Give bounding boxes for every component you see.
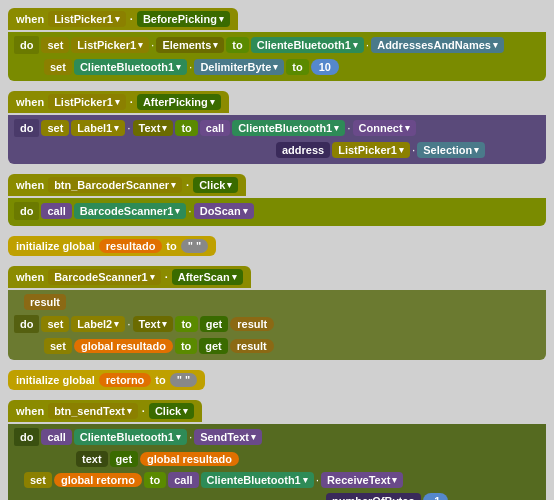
- click-event-7[interactable]: Click: [149, 403, 194, 419]
- result-var-5a[interactable]: result: [230, 317, 274, 331]
- number-minus1-7d[interactable]: -1: [423, 493, 449, 500]
- when-row: when ListPicker1 · BeforePicking: [8, 8, 546, 30]
- set-keyword-5b: set: [44, 338, 72, 354]
- when-block-1[interactable]: when ListPicker1 · BeforePicking: [8, 8, 238, 30]
- do-label-2: do: [14, 119, 39, 137]
- dot-2c: ·: [412, 143, 415, 157]
- listpicker1-comp-1a[interactable]: ListPicker1: [71, 37, 149, 53]
- init-block-4[interactable]: initialize global resultado to " ": [8, 236, 216, 256]
- to-keyword-5b: to: [175, 338, 197, 354]
- do-row-5a: do set Label2 · Text to get result: [14, 315, 540, 333]
- cb1-comp-2[interactable]: ClienteBluetooth1: [232, 120, 345, 136]
- global-resultado-comp-5b[interactable]: global resultado: [74, 339, 173, 353]
- workspace: when ListPicker1 · BeforePicking do set …: [0, 0, 554, 500]
- init-block-6[interactable]: initialize global retorno to " ": [8, 370, 205, 390]
- dot-3a: ·: [188, 204, 191, 218]
- delimiterbyte-prop-1b[interactable]: DelimiterByte: [194, 59, 284, 75]
- do-row-3: do call BarcodeScanner1 · DoScan: [14, 202, 540, 220]
- addresses-prop-1a[interactable]: AddressesAndNames: [371, 37, 504, 53]
- address-row-2: address ListPicker1 · Selection: [14, 142, 540, 158]
- dot-7: ·: [142, 405, 145, 417]
- when-label-1: when: [16, 13, 44, 25]
- dot-2a: ·: [127, 121, 130, 135]
- when-block-5[interactable]: when BarcodeScanner1 · AfterScan: [8, 266, 251, 288]
- text-label-7b: text: [76, 451, 108, 467]
- global-retorno-7c[interactable]: global retorno: [54, 473, 142, 487]
- when-row-2: when ListPicker1 · AfterPicking: [8, 91, 546, 113]
- when-block-2[interactable]: when ListPicker1 · AfterPicking: [8, 91, 229, 113]
- sendtext-method-7a[interactable]: SendText: [194, 429, 262, 445]
- click-event-3[interactable]: Click: [193, 177, 238, 193]
- cb1-comp-7a[interactable]: ClienteBluetooth1: [74, 429, 187, 445]
- cb1-comp-1b[interactable]: ClienteBluetooth1: [74, 59, 187, 75]
- label1-comp-2[interactable]: Label1: [71, 120, 125, 136]
- retorno-value-6[interactable]: " ": [170, 373, 198, 387]
- do-row-7a: do call ClienteBluetooth1 · SendText: [14, 428, 540, 446]
- cb1-comp-7c[interactable]: ClienteBluetooth1: [201, 472, 314, 488]
- when-row-3: when btn_BarcoderScanner · Click: [8, 174, 546, 196]
- text-prop-5a[interactable]: Text: [133, 316, 174, 332]
- listpicker1-component-2[interactable]: ListPicker1: [48, 94, 126, 110]
- when-block-3[interactable]: when btn_BarcoderScanner · Click: [8, 174, 246, 196]
- do-row-1a: do set ListPicker1 · Elements to Cliente…: [14, 36, 540, 54]
- block-group-afterscan: when BarcodeScanner1 · AfterScan result …: [8, 266, 546, 360]
- label2-comp-5a[interactable]: Label2: [71, 316, 125, 332]
- block-group-init-resultado: initialize global resultado to " ": [8, 236, 546, 256]
- do-container-1: do set ListPicker1 · Elements to Cliente…: [8, 32, 546, 81]
- call-keyword-2: call: [200, 120, 230, 136]
- global-resultado-7b[interactable]: global resultado: [140, 452, 239, 466]
- resultado-value-4[interactable]: " ": [181, 239, 209, 253]
- do-label-1: do: [14, 36, 39, 54]
- dot-5a: ·: [127, 317, 130, 331]
- block-group-barcode-click: when btn_BarcoderScanner · Click do call…: [8, 174, 546, 226]
- btnsendtext-comp-7[interactable]: btn_sendText: [48, 403, 138, 419]
- call-keyword-3: call: [41, 203, 71, 219]
- when-block-7[interactable]: when btn_sendText · Click: [8, 400, 202, 422]
- to-keyword-7c: to: [144, 472, 166, 488]
- number-10[interactable]: 10: [311, 59, 339, 75]
- to-label-4: to: [166, 240, 176, 252]
- doscan-method-3[interactable]: DoScan: [194, 203, 254, 219]
- receivetext-method-7c[interactable]: ReceiveText: [321, 472, 403, 488]
- result-var-5b[interactable]: result: [230, 339, 274, 353]
- block-group-after-picking: when ListPicker1 · AfterPicking do set L…: [8, 91, 546, 164]
- set-keyword-7c: set: [24, 472, 52, 488]
- btn-barcode-comp[interactable]: btn_BarcoderScanner: [48, 177, 182, 193]
- barcode-comp-3[interactable]: BarcodeScanner1: [74, 203, 187, 219]
- do-container-5: result do set Label2 · Text to get resul…: [8, 290, 546, 360]
- afterscan-event-5[interactable]: AfterScan: [172, 269, 243, 285]
- selection-prop-2[interactable]: Selection: [417, 142, 485, 158]
- to-keyword-2: to: [175, 120, 197, 136]
- to-keyword-5a: to: [175, 316, 197, 332]
- before-picking-event[interactable]: BeforePicking: [137, 11, 230, 27]
- result-param-5: result: [24, 294, 66, 310]
- set-keyword-5a: set: [41, 316, 69, 332]
- listpicker1-component[interactable]: ListPicker1: [48, 11, 126, 27]
- resultado-var-4[interactable]: resultado: [99, 239, 163, 253]
- call-keyword-7a: call: [41, 429, 71, 445]
- when-label-5: when: [16, 271, 44, 283]
- when-row-7: when btn_sendText · Click: [8, 400, 546, 422]
- dot-1b: ·: [189, 60, 192, 74]
- elements-prop-1a[interactable]: Elements: [156, 37, 224, 53]
- connect-method-2[interactable]: Connect: [353, 120, 416, 136]
- do-row-7b: text get global resultado: [14, 451, 540, 467]
- dot-7a: ·: [189, 430, 192, 444]
- retorno-var-6[interactable]: retorno: [99, 373, 152, 387]
- do-label-3: do: [14, 202, 39, 220]
- barcode-comp-5[interactable]: BarcodeScanner1: [48, 269, 161, 285]
- cb1-comp-1a[interactable]: ClienteBluetooth1: [251, 37, 364, 53]
- to-label-6: to: [155, 374, 165, 386]
- set-keyword-2: set: [41, 120, 69, 136]
- do-row-2: do set Label1 · Text to call ClienteBlue…: [14, 119, 540, 137]
- do-label-5: do: [14, 315, 39, 333]
- when-label-2: when: [16, 96, 44, 108]
- set-keyword-1a: set: [41, 37, 69, 53]
- do-label-7: do: [14, 428, 39, 446]
- after-picking-event[interactable]: AfterPicking: [137, 94, 221, 110]
- text-prop-2[interactable]: Text: [133, 120, 174, 136]
- get-keyword-5b: get: [199, 338, 228, 354]
- do-row-7d: numberOfBytes -1: [14, 493, 540, 500]
- dot-2b: ·: [347, 121, 350, 135]
- listpicker1-addr[interactable]: ListPicker1: [332, 142, 410, 158]
